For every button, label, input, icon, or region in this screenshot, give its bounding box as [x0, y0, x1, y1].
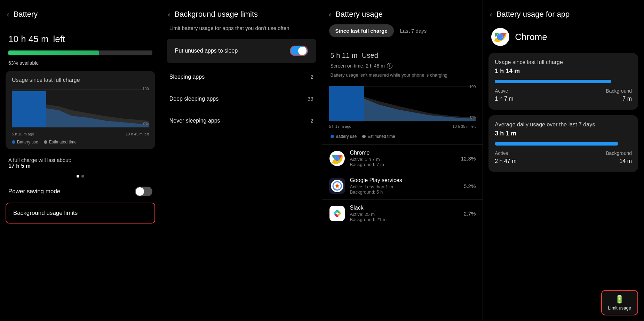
gps-name: Google Play services — [350, 177, 464, 183]
deep-sleeping-apps-item[interactable]: Deep sleeping apps 33 — [161, 88, 322, 110]
p4-app-header-row: Chrome — [483, 24, 644, 53]
svg-point-12 — [335, 157, 339, 160]
info-icon[interactable]: i — [387, 63, 392, 69]
section2-bg-value: 14 m — [619, 158, 632, 164]
chart-legend: Battery use Estimated time — [12, 140, 149, 144]
svg-rect-17 — [329, 206, 345, 221]
section2-bar — [495, 142, 618, 146]
legend-estimated-time: Estimated time — [44, 140, 77, 144]
usage-since-last-charge-block: Usage since last full charge 1 h 14 m Ac… — [488, 53, 638, 110]
battery-time-section: 10 h 45 m left — [0, 24, 161, 47]
svg-point-23 — [337, 211, 340, 213]
dot-2 — [81, 175, 84, 178]
battery-use-dot — [12, 140, 15, 144]
legend-battery-use: Battery use — [12, 140, 38, 144]
bg-usage-title: Background usage limits — [174, 10, 258, 19]
never-sleeping-apps-item[interactable]: Never sleeping apps 2 — [161, 110, 322, 132]
tab-last-7-days[interactable]: Last 7 days — [394, 24, 433, 37]
slack-detail1: Active: 25 m — [350, 212, 464, 217]
toggle-on-knob — [298, 47, 307, 55]
full-charge-time: 17 h 5 m — [8, 163, 31, 169]
avg-daily-usage-block: Average daily usage over the last 7 days… — [488, 115, 638, 172]
battery-bar — [8, 50, 152, 55]
battery-pct-label: 63% available — [0, 59, 161, 66]
section1-labels-row: Active Background — [495, 88, 632, 94]
chart-100-label: 100 — [142, 87, 149, 91]
p3-chart-left: 5 h 17 m ago — [329, 124, 351, 128]
svg-marker-3 — [46, 104, 149, 127]
section1-title: Usage since last full charge — [495, 59, 632, 65]
full-charge-section: A full charge will last about: 17 h 5 m — [0, 154, 161, 172]
p3-chart-labels: 5 h 17 m ago 10 h 35 m left — [322, 124, 483, 128]
app-row-slack[interactable]: Slack Active: 25 m Background: 21 m 2.7% — [322, 199, 483, 227]
estimated-time-dot — [44, 140, 47, 144]
section1-bar — [495, 80, 611, 83]
chrome-app-icon — [329, 150, 345, 166]
app-battery-panel: ‹ Battery usage for app Chrome Usage sin… — [483, 0, 644, 321]
section1-active-value: 1 h 7 m — [495, 96, 513, 102]
section2-value: 3 h 1 m — [495, 130, 632, 137]
chrome-pct: 12.3% — [461, 156, 476, 162]
back-arrow-icon-3[interactable]: ‹ — [329, 10, 332, 18]
limit-usage-label: Limit usage — [608, 305, 631, 311]
power-saving-toggle[interactable] — [135, 187, 152, 196]
gps-app-info: Google Play services Active: Less than 1… — [350, 177, 464, 195]
sleeping-apps-item[interactable]: Sleeping apps 2 — [161, 66, 322, 88]
screen-time-row: Screen on time: 2 h 48 m i — [322, 62, 483, 70]
chart-time-labels: 5 h 16 m ago 10 h 45 m left — [12, 132, 149, 136]
slack-detail2: Background: 21 m — [350, 217, 464, 222]
section2-active-label: Active — [495, 150, 508, 156]
chart-right-label: 10 h 45 m left — [126, 132, 149, 136]
p3-chart-0: 0% — [470, 115, 476, 119]
battery-chart: 100 0% — [12, 87, 149, 129]
battery-title: Battery — [14, 10, 38, 19]
battery-time-value: 10 h 45 m left — [8, 28, 152, 46]
p3-chart-right: 10 h 35 m left — [453, 124, 476, 128]
tab-since-last-charge[interactable]: Since last full charge — [329, 24, 394, 37]
battery-bar-container — [0, 47, 161, 59]
back-arrow-icon-2[interactable]: ‹ — [168, 10, 170, 18]
battery-usage-tabs: Since last full charge Last 7 days — [322, 24, 483, 43]
chrome-app-info: Chrome Active: 1 h 7 m Background: 7 m — [350, 150, 461, 167]
section2-values-row: 2 h 47 m 14 m — [495, 157, 632, 164]
limit-usage-button[interactable]: 🔋 Limit usage — [601, 290, 638, 315]
section1-bg-label: Background — [606, 88, 632, 94]
chrome-detail1: Active: 1 h 7 m — [350, 157, 461, 162]
back-arrow-icon[interactable]: ‹ — [7, 10, 9, 18]
usage-card-title: Usage since last full charge — [12, 77, 149, 83]
p3-legend-battery: Battery use — [331, 134, 357, 139]
power-saving-row[interactable]: Power saving mode — [0, 180, 161, 203]
section1-bg-value: 7 m — [622, 96, 632, 102]
background-usage-row[interactable]: Background usage limits — [6, 203, 155, 224]
p4-app-name: Chrome — [515, 32, 547, 42]
app-row-gps[interactable]: Google Play services Active: Less than 1… — [322, 172, 483, 199]
section2-bg-label: Background — [606, 150, 632, 156]
carousel-dots — [0, 175, 161, 178]
section1-active-label: Active — [495, 88, 508, 94]
battery-bar-fill — [8, 50, 99, 55]
slack-app-icon — [329, 205, 345, 221]
back-arrow-icon-4[interactable]: ‹ — [490, 10, 492, 18]
app-battery-title: Battery usage for app — [496, 10, 570, 19]
bg-usage-description: Limit battery usage for apps that you do… — [161, 24, 322, 39]
used-time-display: 5 h 11 m Used — [322, 43, 483, 62]
battery-panel: ‹ Battery 10 h 45 m left 63% available U… — [0, 0, 161, 321]
put-to-sleep-row[interactable]: Put unused apps to sleep — [167, 39, 316, 63]
p3-battery-label: Battery use — [336, 134, 357, 139]
bg-usage-header: ‹ Background usage limits — [161, 0, 322, 24]
app-row-chrome[interactable]: Chrome Active: 1 h 7 m Background: 7 m 1… — [322, 144, 483, 172]
battery-usage-title: Battery usage — [335, 10, 383, 19]
gps-detail2: Background: 5 h — [350, 189, 464, 195]
gps-app-icon — [329, 178, 345, 194]
put-to-sleep-label: Put unused apps to sleep — [175, 48, 238, 54]
svg-point-29 — [498, 34, 503, 39]
section2-active-value: 2 h 47 m — [495, 158, 516, 164]
put-to-sleep-toggle[interactable] — [290, 46, 308, 56]
svg-point-22 — [335, 211, 337, 213]
section1-value: 1 h 14 m — [495, 68, 632, 75]
gps-detail1: Active: Less than 1 m — [350, 184, 464, 189]
slack-name: Slack — [350, 205, 464, 211]
chrome-detail2: Background: 7 m — [350, 162, 461, 167]
never-sleeping-label: Never sleeping apps — [169, 118, 220, 124]
p3-battery-dot — [331, 135, 334, 138]
